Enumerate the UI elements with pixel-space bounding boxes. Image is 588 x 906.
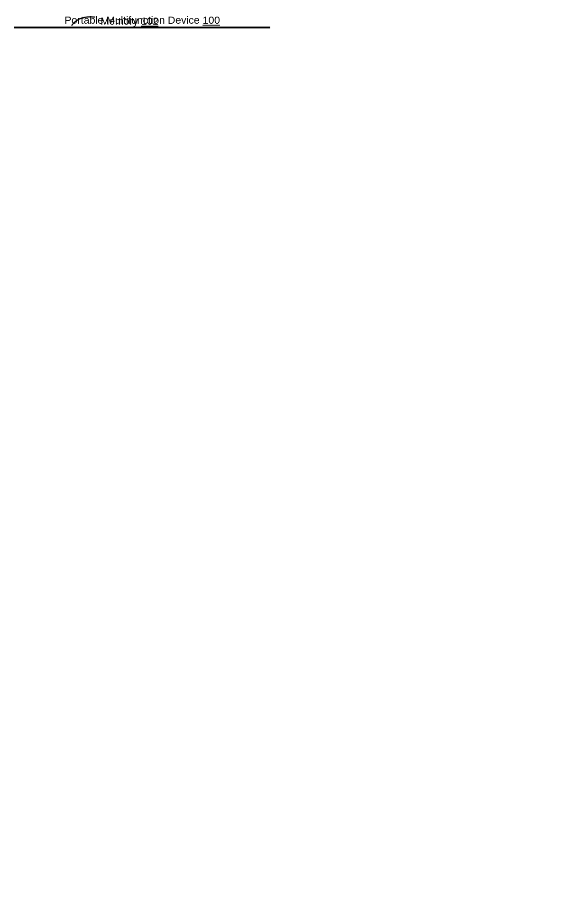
device-column: Portable Multifunction Device 100 Applic… [14, 14, 270, 28]
device-title: Portable Multifunction Device 100 [14, 14, 270, 27]
module-row: Applications (continued) [15, 27, 269, 28]
